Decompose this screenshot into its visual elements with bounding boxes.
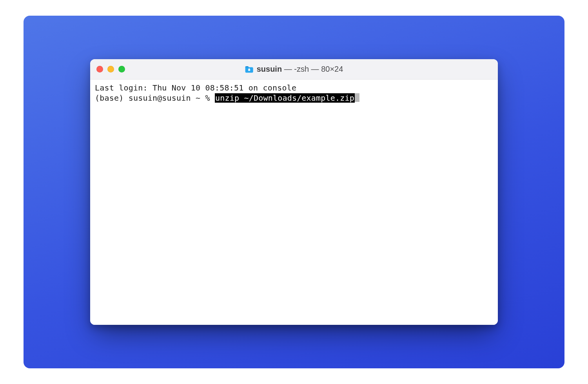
minimize-button[interactable] bbox=[107, 66, 114, 72]
svg-rect-0 bbox=[248, 69, 250, 71]
terminal-prompt: (base) susuin@susuin ~ % bbox=[95, 93, 215, 103]
terminal-line-2: (base) susuin@susuin ~ % unzip ~/Downloa… bbox=[95, 93, 493, 103]
terminal-body[interactable]: Last login: Thu Nov 10 08:58:51 on conso… bbox=[90, 80, 498, 325]
folder-icon bbox=[245, 66, 254, 73]
window-title: susuin — -zsh — 80×24 bbox=[245, 65, 343, 74]
terminal-window: susuin — -zsh — 80×24 Last login: Thu No… bbox=[90, 59, 498, 325]
svg-rect-1 bbox=[249, 68, 250, 69]
terminal-cursor bbox=[355, 93, 359, 102]
backdrop: susuin — -zsh — 80×24 Last login: Thu No… bbox=[24, 16, 564, 368]
traffic-lights bbox=[96, 66, 125, 72]
title-sep1: — bbox=[282, 65, 294, 73]
title-shell: -zsh bbox=[294, 65, 309, 73]
terminal-command-selected: unzip ~/Downloads/example.zip bbox=[215, 93, 355, 103]
zoom-button[interactable] bbox=[118, 66, 125, 72]
titlebar[interactable]: susuin — -zsh — 80×24 bbox=[90, 59, 498, 80]
title-dimensions: 80×24 bbox=[321, 65, 343, 73]
title-text: susuin — -zsh — 80×24 bbox=[257, 65, 343, 74]
title-sep2: — bbox=[309, 65, 321, 73]
title-folder-name: susuin bbox=[257, 65, 282, 73]
terminal-line-1: Last login: Thu Nov 10 08:58:51 on conso… bbox=[95, 83, 493, 93]
close-button[interactable] bbox=[96, 66, 103, 72]
